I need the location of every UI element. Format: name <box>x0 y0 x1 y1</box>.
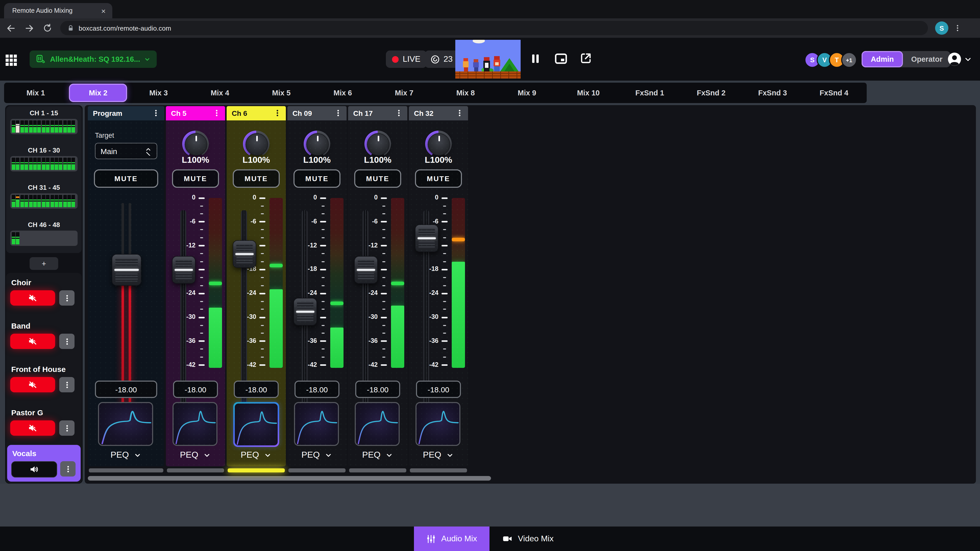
meter-cell <box>21 121 24 133</box>
scale-tick-minor <box>261 229 264 230</box>
stream-thumbnail[interactable] <box>455 40 520 79</box>
strip-menu-icon[interactable] <box>395 109 403 118</box>
account-icon[interactable] <box>947 52 962 66</box>
strip-menu-icon[interactable] <box>456 109 464 118</box>
meter-line <box>38 125 41 126</box>
mix-tab-mix-3[interactable]: Mix 3 <box>130 84 186 102</box>
scale-tick-minor <box>321 237 325 238</box>
fader-handle[interactable] <box>172 256 196 284</box>
scale-tick-minor <box>321 357 325 358</box>
browser-tab[interactable]: Remote Audio Mixing × <box>4 3 112 18</box>
fader-handle[interactable] <box>112 254 142 286</box>
strip-menu-icon[interactable] <box>213 109 221 118</box>
mix-tab-fxsnd-2[interactable]: FxSnd 2 <box>683 84 739 102</box>
bottom-tab-audio-mix[interactable]: Audio Mix <box>414 527 490 551</box>
fader-handle[interactable] <box>293 298 317 326</box>
pan-knob[interactable] <box>243 130 269 157</box>
fader-rail[interactable] <box>363 210 369 409</box>
fader-rail[interactable] <box>180 210 186 409</box>
browser-menu-icon[interactable] <box>953 24 962 32</box>
fader-rail[interactable] <box>241 210 247 409</box>
group-menu-icon[interactable] <box>59 377 75 392</box>
tab-close-icon[interactable]: × <box>100 6 107 15</box>
peq-selector[interactable]: PEQ <box>287 450 347 460</box>
strip-menu-icon[interactable] <box>274 109 282 118</box>
forward-button[interactable] <box>21 21 37 36</box>
peq-thumbnail[interactable] <box>98 402 153 446</box>
group-menu-icon[interactable] <box>59 290 75 306</box>
role-button-admin[interactable]: Admin <box>862 51 903 67</box>
peq-thumbnail[interactable] <box>233 402 279 447</box>
mix-tab-fxsnd-3[interactable]: FxSnd 3 <box>745 84 800 102</box>
mix-tab-mix-7[interactable]: Mix 7 <box>376 84 432 102</box>
mix-tab-mix-5[interactable]: Mix 5 <box>253 84 309 102</box>
scale-tick-minor <box>200 301 203 302</box>
meter-group-box <box>10 156 78 171</box>
strip-mute-button[interactable]: MUTE <box>94 169 158 188</box>
bottom-tab-video-mix[interactable]: Video Mix <box>489 527 566 551</box>
mix-tab-mix-8[interactable]: Mix 8 <box>438 84 493 102</box>
back-button[interactable] <box>3 21 18 36</box>
strip-mute-button[interactable]: MUTE <box>354 169 401 188</box>
fader-value-box[interactable]: -18.00 <box>416 381 461 398</box>
mix-tab-mix-4[interactable]: Mix 4 <box>192 84 248 102</box>
peq-selector[interactable]: PEQ <box>166 450 225 460</box>
peq-thumbnail[interactable] <box>355 402 400 446</box>
strip-menu-icon[interactable] <box>334 109 342 118</box>
mix-tab-fxsnd-1[interactable]: FxSnd 1 <box>622 84 678 102</box>
mix-tab-mix-6[interactable]: Mix 6 <box>315 84 371 102</box>
pan-knob[interactable] <box>182 130 209 157</box>
account-chevron-down-icon[interactable] <box>964 55 972 64</box>
fader-handle[interactable] <box>354 256 378 284</box>
peq-thumbnail[interactable] <box>172 402 218 446</box>
group-mute-button[interactable] <box>10 421 55 436</box>
apps-grid-icon[interactable] <box>4 53 18 67</box>
url-bar[interactable]: boxcast.com/remote-audio.com <box>60 21 928 35</box>
fader-value-box[interactable]: -18.00 <box>95 381 157 398</box>
peq-selector[interactable]: PEQ <box>409 450 468 460</box>
picture-in-picture-icon[interactable] <box>554 52 568 65</box>
horizontal-scrollbar[interactable] <box>88 476 491 481</box>
group-row-vocals[interactable]: Vocals <box>7 445 81 482</box>
fader-value-box[interactable]: -18.00 <box>234 381 279 398</box>
reload-button[interactable] <box>40 21 55 36</box>
role-button-operator[interactable]: Operator <box>903 51 951 67</box>
peq-selector[interactable]: PEQ <box>227 450 286 460</box>
mix-tab-mix-2[interactable]: Mix 2 <box>69 84 127 102</box>
peq-thumbnail[interactable] <box>294 402 339 446</box>
strip-mute-button[interactable]: MUTE <box>233 169 280 188</box>
strip-mute-button[interactable]: MUTE <box>415 169 462 188</box>
group-menu-icon[interactable] <box>59 333 75 349</box>
group-menu-icon[interactable] <box>60 461 76 476</box>
mix-tab-mix-9[interactable]: Mix 9 <box>499 84 555 102</box>
group-mute-button[interactable] <box>10 377 55 392</box>
open-external-icon[interactable] <box>580 52 592 64</box>
fader-handle[interactable] <box>415 224 438 252</box>
browser-profile-avatar[interactable]: S <box>935 21 948 35</box>
pan-knob[interactable] <box>364 130 391 157</box>
group-mute-button[interactable] <box>10 333 55 349</box>
fader-value-box[interactable]: -18.00 <box>173 381 218 398</box>
fader-value-box[interactable]: -18.00 <box>294 381 339 398</box>
peq-thumbnail[interactable] <box>415 402 460 446</box>
mix-tab-mix-10[interactable]: Mix 10 <box>560 84 616 102</box>
peq-selector[interactable]: PEQ <box>88 450 164 460</box>
group-mute-button[interactable] <box>11 461 57 478</box>
strip-mute-button[interactable]: MUTE <box>172 169 219 188</box>
pan-knob[interactable] <box>425 130 452 157</box>
peq-selector[interactable]: PEQ <box>348 450 407 460</box>
pan-knob[interactable] <box>304 130 330 157</box>
fader-value-box[interactable]: -18.00 <box>355 381 400 398</box>
group-mute-button[interactable] <box>10 290 55 306</box>
live-status-badge[interactable]: LIVE <box>386 51 426 68</box>
mixer-connection-button[interactable]: Allen&Heath: SQ 192.16... <box>30 51 157 68</box>
group-menu-icon[interactable] <box>59 421 75 436</box>
mix-tab-fxsnd-4[interactable]: FxSnd 4 <box>806 84 862 102</box>
add-group-button[interactable]: + <box>30 257 58 270</box>
strip-menu-icon[interactable] <box>152 109 160 118</box>
pause-button[interactable] <box>530 52 541 65</box>
fader-handle[interactable] <box>233 240 256 268</box>
target-select[interactable]: Main <box>95 143 157 159</box>
strip-mute-button[interactable]: MUTE <box>293 169 340 188</box>
mix-tab-mix-1[interactable]: Mix 1 <box>8 84 64 102</box>
